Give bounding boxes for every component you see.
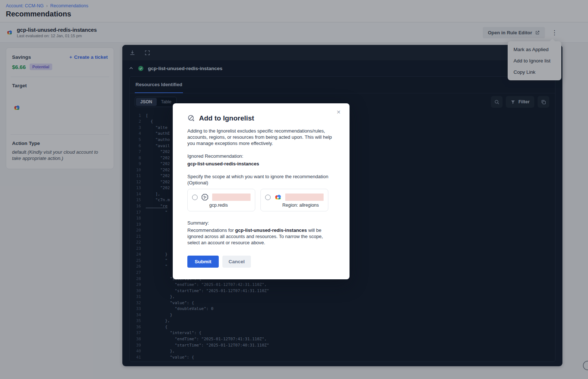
scope-option-region[interactable]: Region: allregions	[260, 189, 328, 211]
scope-option-resource[interactable]: gcp.redis	[187, 189, 255, 211]
add-to-ignorelist-modal: ✕ Add to Ignorelist Adding to the Ignore…	[173, 103, 350, 279]
region-option-label: Region: allregions	[282, 203, 324, 208]
close-icon[interactable]: ✕	[335, 108, 342, 116]
region-radio[interactable]	[265, 195, 271, 200]
gcp-cloud-icon	[274, 193, 282, 202]
redis-service-icon	[201, 193, 209, 202]
ignored-recommendation-value: gcp-list-unused-redis-instances	[187, 161, 335, 166]
summary-prefix: Recommendations for	[187, 227, 235, 233]
resource-radio[interactable]	[192, 195, 198, 200]
redacted-region-name	[285, 194, 324, 201]
ignore-icon	[187, 114, 195, 122]
redacted-resource-name	[212, 194, 251, 201]
scope-label: Specify the scope at which you want to i…	[187, 174, 333, 186]
summary-label: Summary:	[187, 220, 335, 226]
cancel-button[interactable]: Cancel	[222, 256, 251, 268]
modal-title: Add to Ignorelist	[199, 114, 254, 122]
submit-button[interactable]: Submit	[187, 256, 219, 268]
summary-text: Recommendations for gcp-list-unused-redi…	[187, 227, 334, 246]
ignored-recommendation-label: Ignored Recommendation:	[187, 153, 335, 159]
resource-option-label: gcp.redis	[209, 203, 251, 208]
modal-description: Adding to the Ignorelist excludes specif…	[187, 128, 335, 147]
summary-recommendation-name: gcp-list-unused-redis-instances	[235, 227, 307, 233]
